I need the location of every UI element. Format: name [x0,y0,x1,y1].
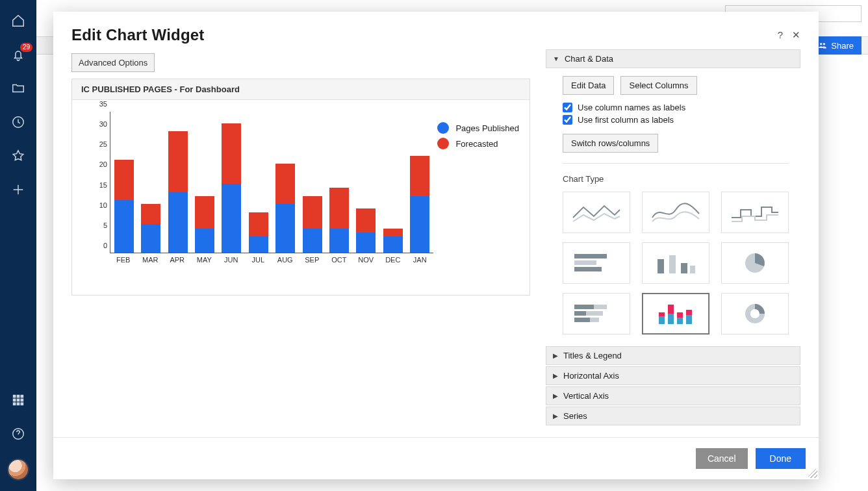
svg-rect-21 [574,311,586,316]
nav-badge: 29 [20,43,32,52]
nav-recents[interactable] [10,114,26,130]
checkbox-input[interactable] [563,115,572,125]
chart-type-pie[interactable] [721,242,789,284]
switch-rows-columns-button[interactable]: Switch rows/columns [563,134,658,153]
nav-rail: 29 [0,0,36,491]
help-icon [11,427,25,441]
chart-type-step-line[interactable] [721,192,789,233]
legend-dot-icon [437,122,449,134]
cancel-button[interactable]: Cancel [696,448,748,469]
chart-legend: Pages Published Forecasted [437,122,519,153]
chevron-right-icon: ▶ [553,412,558,420]
bar [222,112,241,253]
nav-create[interactable] [10,182,26,197]
nav-notifications[interactable]: 29 [10,47,26,62]
settings-pane: ▼ Chart & Data Edit Data Select Columns … [546,49,800,427]
bar-segment-forecasted [383,229,403,236]
checkbox-input[interactable] [563,103,572,112]
bar-segment-forecasted [195,196,214,229]
x-tick-label: OCT [329,256,349,264]
done-button[interactable]: Done [756,448,806,469]
chart-type-stacked-bar-horizontal[interactable] [563,293,630,334]
svg-rect-13 [574,267,602,271]
select-columns-button[interactable]: Select Columns [620,76,696,95]
y-tick-label: 20 [85,160,107,168]
bar [329,112,349,253]
modal-close-button[interactable]: ✕ [792,29,800,41]
svg-rect-15 [669,255,676,273]
x-tick-label: AUG [275,256,295,264]
x-tick-label: SEP [302,256,322,264]
bar [275,112,295,253]
svg-rect-1 [14,396,16,397]
x-tick-label: MAY [194,256,214,264]
bar-segment-published [141,224,160,253]
use-first-column-checkbox[interactable]: Use first column as labels [563,115,789,125]
svg-rect-31 [686,315,692,324]
bar-segment-published [329,229,349,253]
section-titles-legend[interactable]: ▶ Titles & Legend [546,346,800,365]
nav-home[interactable] [10,13,26,29]
svg-rect-20 [594,305,607,309]
section-chart-and-data[interactable]: ▼ Chart & Data [546,49,800,68]
chevron-right-icon: ▶ [553,352,558,359]
bar-segment-forecasted [168,131,188,192]
section-label: Series [563,411,587,421]
chart-type-stacked-bar-vertical[interactable] [642,293,709,334]
legend-item-published: Pages Published [437,122,519,134]
bar [249,112,268,253]
edit-data-button[interactable]: Edit Data [563,76,614,95]
chart-type-bar-vertical[interactable] [642,242,709,284]
svg-rect-2 [17,396,19,397]
section-label: Titles & Legend [563,351,622,360]
advanced-options-button[interactable]: Advanced Options [71,53,155,72]
modal-help-button[interactable]: ? [778,29,783,41]
resize-grip[interactable] [808,469,817,478]
y-tick-label: 30 [85,120,107,128]
x-axis-labels: FEBMARAPRMAYJUNJULAUGSEPOCTNOVDECJAN [110,256,433,264]
chart-card: IC PUBLISHED PAGES - For Dashboard 05101… [71,79,530,296]
chart-area: 05101520253035 FEBMARAPRMAYJUNJULAUGSEPO… [72,100,530,295]
svg-rect-12 [574,260,596,265]
nav-help[interactable] [10,426,26,442]
x-tick-label: DEC [383,256,403,264]
svg-rect-5 [17,399,19,401]
chart-type-bar-horizontal[interactable] [563,242,630,284]
bar-segment-forecasted [141,204,160,224]
bar-segment-published [275,204,295,253]
section-label: Chart & Data [565,54,613,64]
section-vertical-axis[interactable]: ▶ Vertical Axis [546,386,800,405]
bar-segment-published [195,229,214,253]
svg-point-35 [750,309,760,318]
bar-segment-forecasted [303,196,322,229]
use-column-names-checkbox[interactable]: Use column names as labels [563,103,789,112]
bar [356,112,376,253]
bar [383,112,403,253]
section-horizontal-axis[interactable]: ▶ Horizontal Axis [546,366,800,385]
nav-apps[interactable] [10,392,26,408]
x-tick-label: MAR [140,256,160,264]
chart-title: IC PUBLISHED PAGES - For Dashboard [72,79,530,100]
chart-type-spline[interactable] [642,192,709,233]
nav-folders[interactable] [10,81,26,96]
svg-rect-3 [21,396,23,397]
chart-type-donut[interactable] [721,293,789,334]
y-tick-label: 35 [85,100,107,108]
nav-favorites[interactable] [10,148,26,164]
svg-rect-24 [590,318,599,322]
folder-icon [11,81,25,95]
chart-type-grid [563,192,789,334]
bar-segment-published [168,192,188,253]
bar [303,112,322,253]
section-label: Horizontal Axis [563,371,619,381]
svg-rect-26 [659,312,665,316]
y-tick-label: 0 [85,242,107,249]
section-series[interactable]: ▶ Series [546,407,800,425]
svg-rect-28 [668,305,674,314]
home-icon [11,14,25,28]
x-tick-label: JAN [410,256,429,264]
nav-avatar[interactable] [8,460,28,479]
chart-type-line[interactable] [563,192,630,233]
chart-preview-pane: Advanced Options IC PUBLISHED PAGES - Fo… [71,49,530,427]
bar-segment-published [303,229,322,253]
